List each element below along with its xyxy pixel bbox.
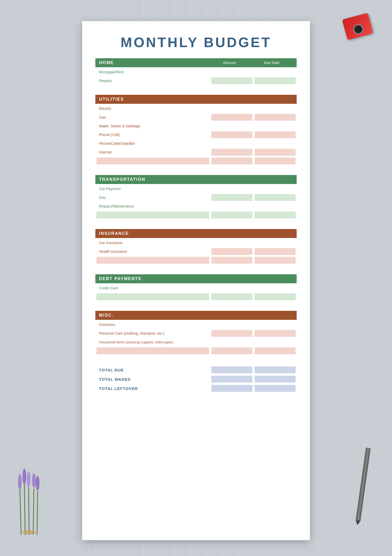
svg-line-3 — [33, 488, 34, 535]
internet-amount-input[interactable] — [211, 149, 252, 156]
health-insurance-row: Health Insurance — [95, 248, 297, 255]
gas-trans-label: Gas — [95, 194, 210, 201]
phone-cell-row: Phone (Cell) — [95, 131, 297, 139]
debt-section: DEBT PAYMENTS Credit Card — [95, 274, 297, 301]
groceries-row: Groceries — [95, 321, 297, 329]
gas-util-label: Gas — [95, 114, 210, 121]
util-extra-label-input[interactable] — [96, 158, 209, 164]
household-row: Household Items (cleaning supplies, toil… — [95, 338, 297, 346]
utilities-section: UTILITIES Electric Gas Water, Sewer & Ga… — [95, 95, 297, 165]
gas-trans-due-input[interactable] — [255, 194, 296, 201]
debt-extra-label-input[interactable] — [96, 293, 209, 300]
svg-line-2 — [29, 487, 29, 535]
repairs-maint-row: Repairs/Maintenance — [95, 202, 297, 210]
insurance-section: INSURANCE Car Insurance Health Insurance — [95, 229, 297, 264]
total-due-date-input[interactable] — [255, 366, 296, 373]
lavender-decoration — [5, 442, 48, 535]
repairs-label: Repairs — [95, 77, 210, 84]
misc-extra-amount-input[interactable] — [211, 347, 252, 354]
budget-paper: MONTHLY BUDGET HOME Amount Due Date Mort… — [82, 21, 310, 540]
totals-section: TOTAL DUE TOTAL WAGES TOTAL LEFTOVER — [95, 366, 297, 393]
page-title: MONTHLY BUDGET — [95, 34, 297, 50]
personal-care-due-input[interactable] — [255, 330, 296, 337]
internet-due-input[interactable] — [255, 149, 296, 156]
phone-cell-due-input[interactable] — [255, 131, 296, 138]
total-wages-date-input[interactable] — [255, 376, 296, 383]
debt-extra-row — [95, 293, 297, 301]
repairs-due-input[interactable] — [255, 77, 296, 84]
total-leftover-date-input[interactable] — [255, 385, 296, 392]
total-wages-row: TOTAL WAGES — [95, 375, 297, 383]
gas-trans-amount-input[interactable] — [211, 194, 252, 201]
health-insurance-label: Health Insurance — [95, 248, 210, 255]
car-payment-label: Car Payment — [95, 185, 210, 192]
total-due-amount-input[interactable] — [211, 366, 252, 373]
misc-extra-label-input[interactable] — [96, 347, 209, 354]
util-extra-row — [95, 157, 297, 165]
svg-point-5 — [18, 474, 22, 490]
household-label: Household Items (cleaning supplies, toil… — [95, 339, 210, 346]
car-payment-row: Car Payment — [95, 185, 297, 193]
cable-label: Phone/Cable/Satellite — [95, 140, 210, 147]
ins-extra-due-input[interactable] — [255, 257, 296, 264]
water-label: Water, Sewer & Garbage — [95, 122, 210, 130]
total-due-label: TOTAL DUE — [95, 366, 210, 374]
insurance-section-header: INSURANCE — [95, 229, 297, 238]
personal-care-row: Personal Care (clothing, shampoo: etc.) — [95, 329, 297, 337]
misc-section-header: MISC. — [95, 311, 297, 320]
total-leftover-label: TOTAL LEFTOVER — [95, 385, 210, 392]
phone-cell-amount-input[interactable] — [211, 131, 252, 138]
health-insurance-due-input[interactable] — [255, 248, 296, 255]
trans-extra-amount-input[interactable] — [211, 212, 252, 218]
transportation-section: TRANSPORTATION Car Payment Gas Repairs/M… — [95, 175, 297, 219]
total-wages-amount-input[interactable] — [211, 376, 252, 383]
svg-line-4 — [37, 491, 38, 535]
debt-extra-amount-input[interactable] — [211, 293, 252, 300]
mortgage-row: Mortgage/Rent — [95, 68, 297, 76]
svg-point-6 — [23, 469, 26, 485]
gas-util-due-input[interactable] — [255, 114, 296, 121]
cable-row: Phone/Cable/Satellite — [95, 140, 297, 147]
total-wages-label: TOTAL WAGES — [95, 375, 210, 383]
electric-row: Electric — [95, 105, 297, 113]
gas-util-amount-input[interactable] — [211, 114, 252, 121]
total-leftover-amount-input[interactable] — [211, 385, 252, 392]
misc-extra-due-input[interactable] — [255, 347, 296, 354]
trans-extra-row — [95, 211, 297, 219]
home-section-header: HOME Amount Due Date — [95, 58, 297, 67]
pen-decoration — [356, 447, 371, 522]
mortgage-label: Mortgage/Rent — [95, 68, 210, 76]
misc-section: MISC. Groceries Personal Care (clothing,… — [95, 311, 297, 355]
svg-line-0 — [20, 490, 21, 535]
util-extra-due-input[interactable] — [255, 158, 296, 164]
util-extra-amount-input[interactable] — [211, 158, 252, 164]
gas-util-row: Gas — [95, 113, 297, 121]
health-insurance-amount-input[interactable] — [211, 248, 252, 255]
home-section: HOME Amount Due Date Mortgage/Rent Repai… — [95, 58, 297, 85]
utilities-section-header: UTILITIES — [95, 95, 297, 104]
credit-card-row: Credit Card — [95, 284, 297, 292]
internet-label: Internet — [95, 149, 210, 156]
repairs-amount-input[interactable] — [211, 77, 252, 84]
svg-point-9 — [36, 476, 39, 491]
svg-point-7 — [27, 471, 30, 487]
personal-care-label: Personal Care (clothing, shampoo: etc.) — [95, 330, 210, 337]
debt-section-header: DEBT PAYMENTS — [95, 274, 297, 283]
water-row: Water, Sewer & Garbage — [95, 122, 297, 130]
total-due-row: TOTAL DUE — [95, 366, 297, 374]
svg-line-1 — [24, 485, 25, 535]
total-leftover-row: TOTAL LEFTOVER — [95, 384, 297, 393]
personal-care-amount-input[interactable] — [211, 330, 252, 337]
credit-card-label: Credit Card — [95, 284, 210, 292]
car-insurance-row: Car Insurance — [95, 239, 297, 247]
trans-extra-label-input[interactable] — [96, 212, 209, 218]
transportation-section-header: TRANSPORTATION — [95, 175, 297, 184]
phone-cell-label: Phone (Cell) — [95, 131, 210, 138]
trans-extra-due-input[interactable] — [255, 212, 296, 218]
electric-label: Electric — [95, 105, 210, 112]
pencil-sharpener-decoration — [342, 13, 373, 40]
ins-extra-label-input[interactable] — [96, 257, 209, 264]
repairs-row: Repairs — [95, 77, 297, 85]
debt-extra-due-input[interactable] — [255, 293, 296, 300]
ins-extra-amount-input[interactable] — [211, 257, 252, 264]
